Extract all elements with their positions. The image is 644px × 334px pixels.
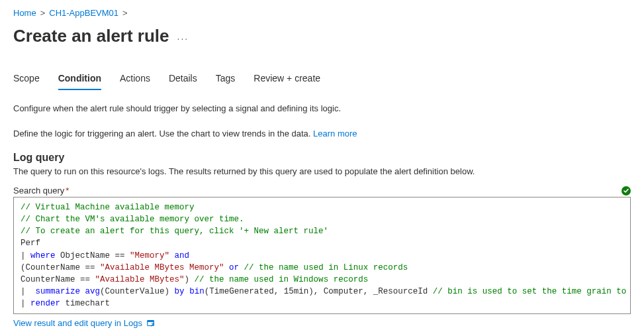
code-pipe: | — [21, 287, 26, 296]
code-string: "Memory" — [130, 251, 169, 260]
search-query-label: Search query — [13, 186, 64, 195]
logic-description-text: Define the logic for triggering an alert… — [13, 129, 313, 139]
tab-scope[interactable]: Scope — [13, 73, 40, 90]
breadcrumb-item-vm[interactable]: CH1-AppBEVM01 — [49, 8, 118, 18]
external-link-icon — [146, 319, 156, 328]
code-comment: // the name used in Windows records — [195, 275, 369, 284]
tab-review[interactable]: Review + create — [253, 73, 320, 90]
tab-actions[interactable]: Actions — [120, 73, 150, 90]
code-comment: // bin is used to set the time grain to … — [433, 287, 631, 296]
code-comment: // Chart the VM's available memory over … — [21, 215, 244, 224]
code-text: (TimeGenerated, 15min), Computer, _Resou… — [205, 287, 433, 296]
code-function: bin — [189, 287, 205, 296]
code-comment: // Virtual Machine available memory — [21, 203, 195, 212]
code-text: timechart — [60, 299, 110, 308]
view-result-link[interactable]: View result and edit query in Logs — [13, 318, 156, 328]
code-text: (CounterValue) — [100, 287, 175, 296]
chevron-right-icon: > — [122, 8, 128, 18]
code-keyword: by — [175, 287, 185, 296]
code-identifier: Perf — [21, 239, 40, 248]
tab-details[interactable]: Details — [169, 73, 197, 90]
code-keyword: where — [30, 251, 56, 260]
search-query-editor[interactable]: // Virtual Machine available memory // C… — [13, 197, 631, 314]
section-subtitle-log-query: The query to run on this resource's logs… — [13, 166, 631, 176]
code-keyword: render — [30, 299, 60, 308]
code-pipe: | — [21, 251, 26, 260]
condition-description: Configure when the alert rule should tri… — [13, 102, 631, 115]
tabs: Scope Condition Actions Details Tags Rev… — [13, 73, 631, 90]
code-text: ) — [185, 275, 190, 284]
code-text: ObjectName == — [56, 251, 130, 260]
code-pipe: | — [21, 299, 26, 308]
svg-rect-2 — [148, 320, 154, 321]
breadcrumb: Home > CH1-AppBEVM01 > — [13, 8, 631, 18]
more-actions-button[interactable]: ··· — [177, 29, 189, 44]
learn-more-link[interactable]: Learn more — [313, 129, 357, 139]
code-text: CounterName == — [21, 275, 95, 284]
code-string: "Available MBytes" — [95, 275, 185, 284]
code-function: avg — [85, 287, 101, 296]
code-text: (CounterName == — [21, 263, 100, 272]
code-comment: // the name used in Linux records — [244, 263, 408, 272]
code-keyword: and — [175, 251, 190, 260]
section-title-log-query: Log query — [13, 152, 631, 164]
page-title: Create an alert rule — [13, 26, 169, 46]
valid-check-icon — [621, 186, 631, 195]
logic-description: Define the logic for triggering an alert… — [13, 127, 631, 140]
page-header: Create an alert rule ··· — [13, 26, 631, 46]
code-keyword: summarize — [36, 287, 81, 296]
breadcrumb-home[interactable]: Home — [13, 8, 36, 18]
chevron-right-icon: > — [40, 8, 46, 18]
tab-tags[interactable]: Tags — [216, 73, 236, 90]
tab-condition[interactable]: Condition — [58, 73, 101, 90]
code-comment: // To create an alert for this query, cl… — [21, 227, 328, 236]
view-result-link-text: View result and edit query in Logs — [13, 318, 142, 328]
code-string: "Available MBytes Memory" — [100, 263, 224, 272]
required-indicator: * — [66, 186, 69, 195]
code-keyword: or — [229, 263, 239, 272]
